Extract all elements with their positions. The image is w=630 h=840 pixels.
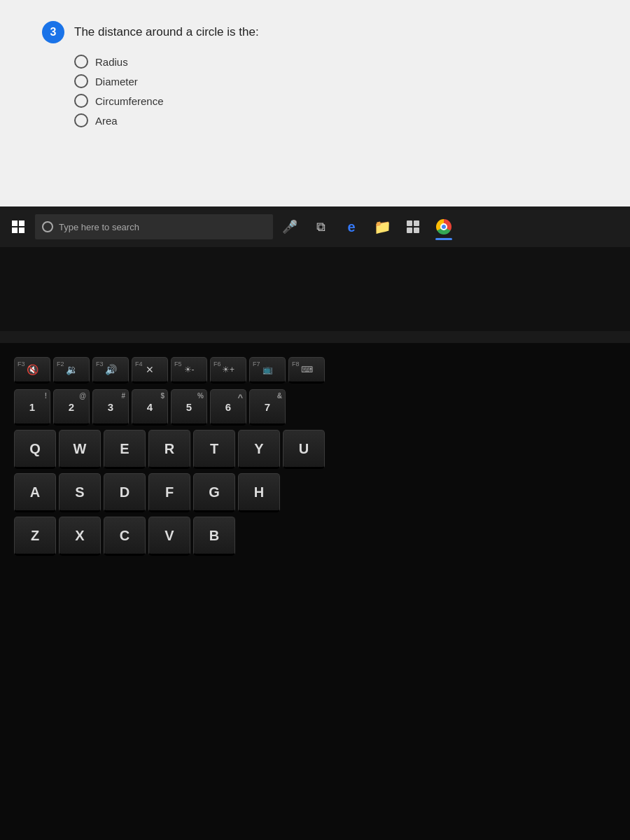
- key-6[interactable]: ^ 6: [210, 389, 246, 426]
- answer-option-diameter[interactable]: Diameter: [74, 74, 588, 88]
- taskbar: Type here to search 🎤 ⧉ e 📁: [0, 206, 630, 247]
- chrome-icon: [436, 219, 451, 234]
- question-row: 3 The distance around a circle is the:: [42, 21, 588, 43]
- question-area: 3 The distance around a circle is the: R…: [42, 21, 588, 127]
- answer-option-area[interactable]: Area: [74, 113, 588, 127]
- question-text: The distance around a circle is the:: [74, 25, 259, 39]
- key-f3[interactable]: F3 🔇: [14, 357, 50, 384]
- file-explorer-button[interactable]: 📁: [368, 212, 396, 241]
- key-q[interactable]: Q: [14, 430, 56, 469]
- key-f7[interactable]: F7 📺: [249, 357, 286, 384]
- key-2[interactable]: @ 2: [53, 389, 90, 426]
- edge-button[interactable]: e: [337, 212, 365, 241]
- folder-icon: 📁: [374, 218, 391, 235]
- key-f3b[interactable]: F3 🔊: [92, 357, 129, 384]
- mic-icon: 🎤: [282, 219, 298, 234]
- chrome-button[interactable]: [430, 212, 458, 241]
- radio-radius[interactable]: [74, 55, 88, 69]
- home-key-row: A S D F G H: [14, 473, 616, 512]
- radio-circumference[interactable]: [74, 94, 88, 108]
- number-key-row: ! 1 @ 2 # 3 $ 4 % 5 ^ 6: [14, 389, 616, 426]
- key-f6[interactable]: F6 ☀+: [210, 357, 246, 384]
- key-h[interactable]: H: [238, 473, 280, 512]
- key-z[interactable]: Z: [14, 517, 56, 556]
- qwerty-key-row: Q W E R T Y U: [14, 430, 616, 469]
- key-5[interactable]: % 5: [171, 389, 207, 426]
- question-number: 3: [42, 21, 64, 43]
- key-3[interactable]: # 3: [92, 389, 129, 426]
- key-7[interactable]: & 7: [249, 389, 286, 426]
- key-1[interactable]: ! 1: [14, 389, 50, 426]
- function-key-row: F3 🔇 F2 🔉 F3 🔊 F4 ✕ F5 ☀- F6 ☀+: [14, 357, 616, 384]
- search-circle-icon: [42, 221, 53, 232]
- key-a[interactable]: A: [14, 473, 56, 512]
- store-button[interactable]: [399, 212, 427, 241]
- edge-icon: e: [347, 219, 355, 235]
- key-b[interactable]: B: [193, 517, 235, 556]
- key-f2[interactable]: F2 🔉: [53, 357, 90, 384]
- answer-option-radius[interactable]: Radius: [74, 55, 588, 69]
- key-v[interactable]: V: [148, 517, 190, 556]
- search-placeholder: Type here to search: [59, 222, 139, 232]
- store-icon: [407, 220, 419, 233]
- dark-desktop-area: [0, 247, 630, 331]
- keyboard-area: F3 🔇 F2 🔉 F3 🔊 F4 ✕ F5 ☀- F6 ☀+: [0, 343, 630, 840]
- key-u[interactable]: U: [283, 430, 325, 469]
- key-r[interactable]: R: [148, 430, 190, 469]
- search-bar[interactable]: Type here to search: [35, 214, 273, 239]
- windows-icon: [12, 220, 24, 233]
- radio-diameter[interactable]: [74, 74, 88, 88]
- key-f5[interactable]: F5 ☀-: [171, 357, 207, 384]
- answer-option-circumference[interactable]: Circumference: [74, 94, 588, 108]
- mic-button[interactable]: 🎤: [276, 212, 304, 241]
- key-y[interactable]: Y: [238, 430, 280, 469]
- chrome-active-indicator: [435, 238, 452, 240]
- windows-start-button[interactable]: [4, 212, 32, 241]
- key-f[interactable]: F: [148, 473, 190, 512]
- answer-label-radius: Radius: [95, 56, 128, 68]
- radio-area[interactable]: [74, 113, 88, 127]
- key-t[interactable]: T: [193, 430, 235, 469]
- key-s[interactable]: S: [59, 473, 101, 512]
- keyboard: F3 🔇 F2 🔉 F3 🔊 F4 ✕ F5 ☀- F6 ☀+: [7, 350, 623, 567]
- key-w[interactable]: W: [59, 430, 101, 469]
- answer-options: Radius Diameter Circumference Area: [74, 55, 588, 127]
- answer-label-circumference: Circumference: [95, 95, 164, 107]
- key-f4[interactable]: F4 ✕: [132, 357, 168, 384]
- key-4[interactable]: $ 4: [132, 389, 168, 426]
- key-f8[interactable]: F8 ⌨: [288, 357, 325, 384]
- key-c[interactable]: C: [104, 517, 146, 556]
- key-g[interactable]: G: [193, 473, 235, 512]
- answer-label-diameter: Diameter: [95, 76, 138, 88]
- bottom-key-row: Z X C V B: [14, 517, 616, 556]
- task-view-button[interactable]: ⧉: [307, 212, 335, 241]
- key-x[interactable]: X: [59, 517, 101, 556]
- task-view-icon: ⧉: [316, 220, 326, 234]
- answer-label-area: Area: [95, 115, 118, 127]
- key-e[interactable]: E: [104, 430, 146, 469]
- key-d[interactable]: D: [104, 473, 146, 512]
